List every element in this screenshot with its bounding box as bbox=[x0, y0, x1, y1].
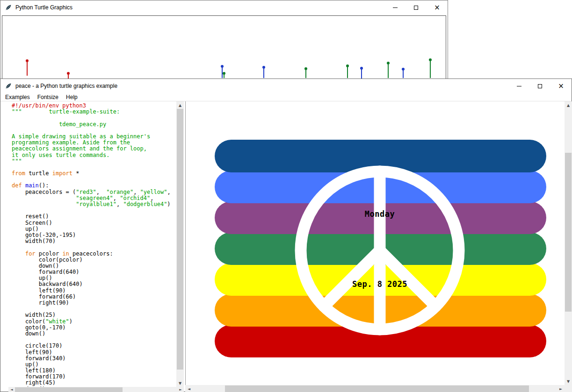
code-line: from turtle import * bbox=[12, 171, 176, 177]
close-icon: × bbox=[558, 83, 564, 90]
minimize-button[interactable] bbox=[508, 79, 529, 93]
turtle-app-icon bbox=[5, 82, 12, 90]
scroll-down-arrow-icon[interactable]: ▼ bbox=[565, 378, 572, 385]
menubar: Examples Fontsize Help bbox=[0, 93, 572, 101]
canvas-horizontal-scrollbar[interactable]: ◄ ► bbox=[185, 385, 565, 392]
canvas-text-layer: MondaySep. 8 2025 bbox=[186, 101, 565, 385]
code-line: "royalblue1", "dodgerblue4") bbox=[12, 201, 176, 207]
code-line: down() bbox=[12, 331, 176, 337]
code-line: tdemo_peace.py bbox=[12, 121, 176, 128]
minimize-icon bbox=[393, 7, 398, 8]
maximize-button[interactable] bbox=[405, 0, 427, 14]
code-horizontal-scrollbar[interactable]: ◄ ► bbox=[8, 387, 184, 392]
turtle-canvas[interactable]: MondaySep. 8 2025 bbox=[185, 101, 565, 385]
code-line: """ bbox=[12, 158, 176, 164]
close-button[interactable]: × bbox=[427, 0, 448, 14]
turtle-app-icon bbox=[5, 4, 12, 11]
maximize-icon bbox=[538, 84, 542, 88]
code-line: right(90) bbox=[12, 300, 176, 306]
window-title: peace - a Python turtle graphics example bbox=[15, 83, 117, 89]
code-line: width(70) bbox=[12, 238, 176, 244]
menu-help[interactable]: Help bbox=[62, 93, 81, 101]
scrollbar-thumb[interactable] bbox=[565, 153, 572, 312]
scroll-up-arrow-icon[interactable]: ▲ bbox=[176, 101, 184, 109]
desktop: { "icons": { "up": "▲", "down": "▼", "le… bbox=[0, 0, 572, 392]
code-line: """ turtle-example-suite: bbox=[12, 109, 176, 115]
scroll-down-arrow-icon[interactable]: ▼ bbox=[176, 379, 184, 387]
minimize-icon bbox=[517, 86, 521, 86]
titlebar[interactable]: peace - a Python turtle graphics example… bbox=[0, 79, 572, 93]
canvas-text: Monday bbox=[365, 209, 395, 219]
scroll-right-arrow-icon[interactable]: ► bbox=[557, 385, 565, 392]
code-vertical-scrollbar[interactable]: ▲ ▼ bbox=[176, 101, 184, 387]
menu-examples[interactable]: Examples bbox=[1, 93, 34, 101]
canvas-vertical-scrollbar[interactable]: ▲ ▼ bbox=[565, 101, 572, 385]
code-line: it only uses turtle commands. bbox=[12, 152, 176, 158]
scrollbar-thumb[interactable] bbox=[15, 387, 123, 392]
canvas-text: Sep. 8 2025 bbox=[352, 279, 407, 289]
scroll-up-arrow-icon[interactable]: ▲ bbox=[565, 101, 572, 109]
titlebar[interactable]: Python Turtle Graphics × bbox=[0, 0, 448, 14]
scroll-left-arrow-icon[interactable]: ◄ bbox=[185, 385, 193, 392]
scroll-right-arrow-icon[interactable]: ► bbox=[177, 387, 184, 392]
scrollbar-corner bbox=[565, 385, 572, 392]
peace-demo-window: peace - a Python turtle graphics example… bbox=[0, 78, 572, 392]
window-title: Python Turtle Graphics bbox=[15, 4, 72, 11]
source-code-view[interactable]: #!/usr/bin/env python3""" turtle-example… bbox=[8, 101, 176, 387]
close-button[interactable]: × bbox=[550, 79, 572, 93]
scrollbar-thumb[interactable] bbox=[225, 385, 529, 392]
scroll-left-arrow-icon[interactable]: ◄ bbox=[8, 387, 15, 392]
minimize-button[interactable] bbox=[384, 0, 405, 14]
scrollbar-thumb[interactable] bbox=[177, 109, 183, 370]
maximize-button[interactable] bbox=[529, 79, 550, 93]
maximize-icon bbox=[414, 6, 418, 10]
close-icon: × bbox=[434, 4, 440, 11]
menu-fontsize[interactable]: Fontsize bbox=[34, 93, 62, 101]
